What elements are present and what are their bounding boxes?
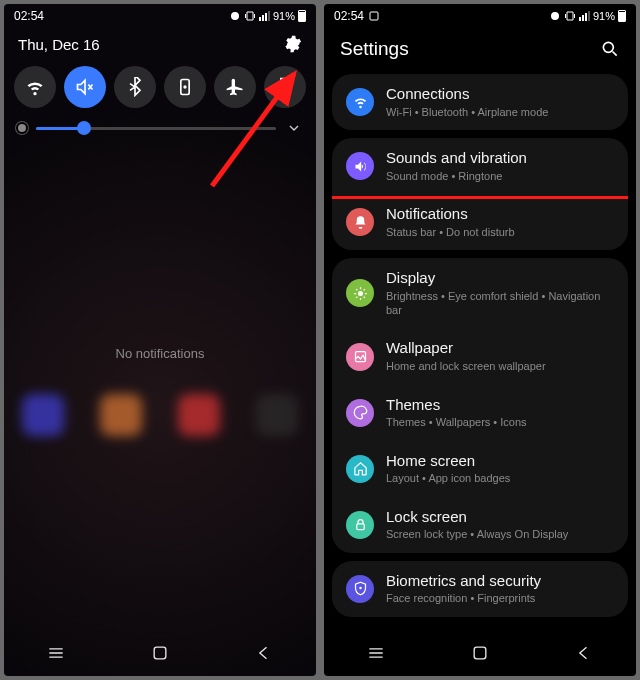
home-icon bbox=[346, 455, 374, 483]
row-text: ConnectionsWi-Fi • Bluetooth • Airplane … bbox=[386, 85, 614, 119]
themes-icon bbox=[346, 399, 374, 427]
recents-button[interactable] bbox=[366, 643, 386, 663]
row-subtitle: Home and lock screen wallpaper bbox=[386, 359, 614, 373]
svg-rect-11 bbox=[474, 647, 486, 659]
shield-icon bbox=[346, 575, 374, 603]
lock-icon bbox=[346, 511, 374, 539]
row-title: Lock screen bbox=[386, 508, 614, 527]
vibrate-icon bbox=[564, 10, 576, 22]
svg-point-10 bbox=[359, 587, 362, 590]
settings-row-display[interactable]: DisplayBrightness • Eye comfort shield •… bbox=[332, 258, 628, 328]
vibrate-icon bbox=[244, 10, 256, 22]
svg-point-6 bbox=[603, 42, 613, 52]
svg-point-2 bbox=[284, 87, 286, 89]
row-text: Home screenLayout • App icon badges bbox=[386, 452, 614, 486]
settings-group: Sounds and vibrationSound mode • Rington… bbox=[332, 138, 628, 250]
status-icons: 91% bbox=[549, 10, 626, 22]
svg-point-1 bbox=[183, 85, 186, 88]
back-button[interactable] bbox=[254, 643, 274, 663]
search-icon[interactable] bbox=[600, 39, 620, 59]
settings-row-shield[interactable]: Biometrics and securityFace recognition … bbox=[332, 561, 628, 617]
battery-icon bbox=[618, 10, 626, 22]
brightness-slider[interactable] bbox=[36, 127, 276, 130]
no-notifications-label: No notifications bbox=[4, 346, 316, 361]
airplane-icon bbox=[225, 77, 245, 97]
row-text: ThemesThemes • Wallpapers • Icons bbox=[386, 396, 614, 430]
toggle-airplane[interactable] bbox=[214, 66, 256, 108]
bluetooth-icon bbox=[125, 77, 145, 97]
page-title: Settings bbox=[340, 38, 409, 60]
svg-point-7 bbox=[358, 291, 363, 296]
toggle-flashlight[interactable] bbox=[264, 66, 306, 108]
toggle-wifi[interactable] bbox=[14, 66, 56, 108]
row-text: Sounds and vibrationSound mode • Rington… bbox=[386, 149, 614, 183]
row-title: Themes bbox=[386, 396, 614, 415]
toggle-bluetooth[interactable] bbox=[114, 66, 156, 108]
brightness-slider-row bbox=[4, 114, 316, 146]
row-subtitle: Wi-Fi • Bluetooth • Airplane mode bbox=[386, 105, 614, 119]
row-title: Display bbox=[386, 269, 614, 288]
alarm-icon bbox=[229, 10, 241, 22]
row-subtitle: Face recognition • Fingerprints bbox=[386, 591, 614, 605]
settings-gear-icon[interactable] bbox=[282, 34, 302, 54]
settings-group: ConnectionsWi-Fi • Bluetooth • Airplane … bbox=[332, 74, 628, 130]
recents-button[interactable] bbox=[46, 643, 66, 663]
brightness-icon bbox=[18, 124, 26, 132]
wifi-icon bbox=[25, 77, 45, 97]
settings-group: Biometrics and securityFace recognition … bbox=[332, 561, 628, 617]
home-button[interactable] bbox=[150, 643, 170, 663]
row-subtitle: Brightness • Eye comfort shield • Naviga… bbox=[386, 289, 614, 318]
expand-panel-icon[interactable] bbox=[286, 120, 302, 136]
row-subtitle: Screen lock type • Always On Display bbox=[386, 527, 614, 541]
sound-icon bbox=[346, 152, 374, 180]
settings-row-sound[interactable]: Sounds and vibrationSound mode • Rington… bbox=[332, 138, 628, 194]
home-button[interactable] bbox=[470, 643, 490, 663]
row-subtitle: Sound mode • Ringtone bbox=[386, 169, 614, 183]
row-subtitle: Themes • Wallpapers • Icons bbox=[386, 415, 614, 429]
toggle-sound[interactable] bbox=[64, 66, 106, 108]
blurred-home-preview bbox=[4, 394, 316, 436]
settings-row-wifi[interactable]: ConnectionsWi-Fi • Bluetooth • Airplane … bbox=[332, 74, 628, 130]
nav-bar bbox=[324, 630, 636, 676]
settings-row-lock[interactable]: Lock screenScreen lock type • Always On … bbox=[332, 497, 628, 553]
phone-settings: 02:54 91% Settings ConnectionsWi-Fi • Bl… bbox=[324, 4, 636, 676]
row-text: WallpaperHome and lock screen wallpaper bbox=[386, 339, 614, 373]
alarm-icon bbox=[549, 10, 561, 22]
mute-icon bbox=[75, 77, 95, 97]
settings-row-wallpaper[interactable]: WallpaperHome and lock screen wallpaper bbox=[332, 328, 628, 384]
status-time: 02:54 bbox=[334, 9, 364, 23]
toggle-rotation-lock[interactable] bbox=[164, 66, 206, 108]
nav-bar bbox=[4, 630, 316, 676]
row-text: DisplayBrightness • Eye comfort shield •… bbox=[386, 269, 614, 317]
portrait-lock-icon bbox=[175, 77, 195, 97]
battery-icon bbox=[298, 10, 306, 22]
date-label: Thu, Dec 16 bbox=[18, 36, 100, 53]
phone-quick-panel: 02:54 91% Thu, Dec 16 No notifications bbox=[4, 4, 316, 676]
back-button[interactable] bbox=[574, 643, 594, 663]
row-title: Biometrics and security bbox=[386, 572, 614, 591]
row-text: Biometrics and securityFace recognition … bbox=[386, 572, 614, 606]
status-time: 02:54 bbox=[14, 9, 44, 23]
wallpaper-icon bbox=[346, 343, 374, 371]
settings-row-themes[interactable]: ThemesThemes • Wallpapers • Icons bbox=[332, 385, 628, 441]
settings-row-home[interactable]: Home screenLayout • App icon badges bbox=[332, 441, 628, 497]
status-bar: 02:54 91% bbox=[4, 4, 316, 28]
row-title: Home screen bbox=[386, 452, 614, 471]
row-text: NotificationsStatus bar • Do not disturb bbox=[386, 205, 614, 239]
quick-panel-header: Thu, Dec 16 bbox=[4, 28, 316, 56]
status-bar: 02:54 91% bbox=[324, 4, 636, 28]
row-title: Notifications bbox=[386, 205, 614, 224]
flashlight-icon bbox=[275, 77, 295, 97]
settings-row-bell[interactable]: NotificationsStatus bar • Do not disturb bbox=[332, 194, 628, 250]
row-text: Lock screenScreen lock type • Always On … bbox=[386, 508, 614, 542]
display-icon bbox=[346, 279, 374, 307]
svg-rect-5 bbox=[370, 12, 378, 20]
status-icons: 91% bbox=[229, 10, 306, 22]
row-title: Sounds and vibration bbox=[386, 149, 614, 168]
row-title: Wallpaper bbox=[386, 339, 614, 358]
row-title: Connections bbox=[386, 85, 614, 104]
settings-group: DisplayBrightness • Eye comfort shield •… bbox=[332, 258, 628, 553]
battery-pct: 91% bbox=[593, 10, 615, 22]
signal-icon bbox=[579, 11, 590, 21]
settings-list[interactable]: ConnectionsWi-Fi • Bluetooth • Airplane … bbox=[324, 74, 636, 617]
